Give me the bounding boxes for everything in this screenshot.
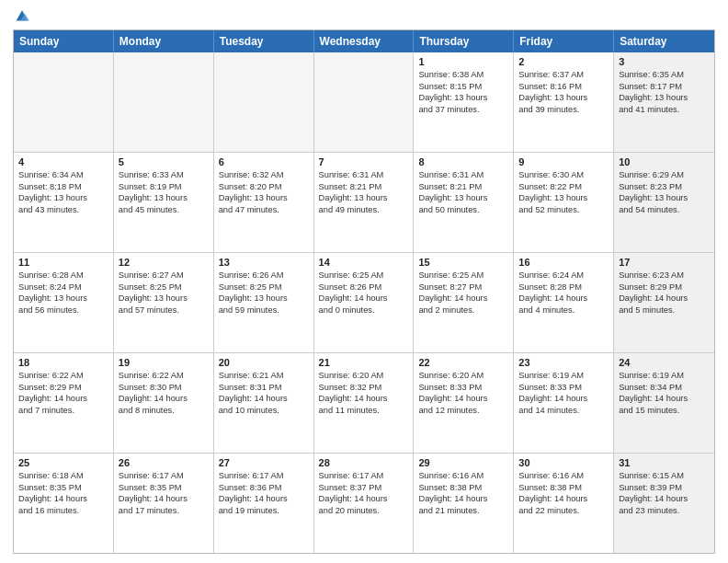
- cell-info-line: Sunset: 8:25 PM: [119, 282, 209, 293]
- day-cell-17: 17Sunrise: 6:23 AMSunset: 8:29 PMDayligh…: [614, 253, 714, 352]
- cell-info-line: Sunrise: 6:33 AM: [119, 169, 209, 181]
- cell-info-line: Daylight: 14 hours: [418, 393, 508, 405]
- day-number: 24: [619, 357, 710, 368]
- day-number: 26: [119, 457, 209, 468]
- cell-info-line: and 2 minutes.: [418, 304, 508, 316]
- cell-info-line: Sunrise: 6:16 AM: [418, 470, 508, 482]
- cell-info-line: and 54 minutes.: [619, 204, 710, 216]
- cell-info-line: Daylight: 14 hours: [319, 393, 409, 405]
- cell-info-line: and 47 minutes.: [219, 204, 309, 216]
- cell-info-line: and 8 minutes.: [119, 405, 209, 417]
- cell-info-line: Sunrise: 6:21 AM: [219, 370, 309, 382]
- calendar-row-2: 11Sunrise: 6:28 AMSunset: 8:24 PMDayligh…: [14, 252, 714, 352]
- header-day-thursday: Thursday: [414, 30, 514, 52]
- cell-info-line: Daylight: 14 hours: [418, 493, 508, 505]
- cell-info-line: Daylight: 13 hours: [219, 293, 309, 304]
- cell-info-line: Daylight: 14 hours: [619, 293, 710, 304]
- day-number: 8: [418, 156, 508, 167]
- day-number: 20: [219, 357, 309, 368]
- cell-info-line: and 10 minutes.: [219, 405, 309, 417]
- day-cell-28: 28Sunrise: 6:17 AMSunset: 8:37 PMDayligh…: [314, 454, 415, 553]
- day-number: 17: [619, 257, 710, 268]
- empty-cell-r0-c0: [14, 52, 114, 152]
- day-cell-26: 26Sunrise: 6:17 AMSunset: 8:35 PMDayligh…: [114, 454, 214, 553]
- cell-info-line: Sunset: 8:21 PM: [319, 181, 409, 193]
- cell-info-line: Sunset: 8:17 PM: [619, 81, 710, 93]
- cell-info-line: Sunset: 8:31 PM: [219, 382, 309, 394]
- cell-info-line: Daylight: 14 hours: [518, 493, 609, 505]
- cell-info-line: and 22 minutes.: [518, 505, 609, 517]
- day-cell-14: 14Sunrise: 6:25 AMSunset: 8:26 PMDayligh…: [314, 253, 415, 352]
- day-cell-10: 10Sunrise: 6:29 AMSunset: 8:23 PMDayligh…: [614, 153, 714, 252]
- cell-info-line: Daylight: 13 hours: [119, 293, 209, 304]
- cell-info-line: Sunrise: 6:35 AM: [619, 69, 710, 81]
- cell-info-line: Daylight: 14 hours: [418, 293, 508, 304]
- cell-info-line: Daylight: 13 hours: [518, 92, 609, 104]
- header-day-wednesday: Wednesday: [314, 30, 415, 52]
- cell-info-line: Daylight: 13 hours: [418, 92, 508, 104]
- day-cell-7: 7Sunrise: 6:31 AMSunset: 8:21 PMDaylight…: [314, 153, 415, 252]
- cell-info-line: and 56 minutes.: [18, 304, 108, 316]
- day-number: 13: [219, 257, 309, 268]
- day-number: 25: [18, 457, 108, 468]
- cell-info-line: Daylight: 14 hours: [518, 393, 609, 405]
- day-cell-12: 12Sunrise: 6:27 AMSunset: 8:25 PMDayligh…: [114, 253, 214, 352]
- cell-info-line: and 49 minutes.: [319, 204, 409, 216]
- cell-info-line: Daylight: 13 hours: [418, 192, 508, 204]
- cell-info-line: and 20 minutes.: [319, 505, 409, 517]
- day-number: 4: [18, 156, 108, 167]
- cell-info-line: and 43 minutes.: [18, 204, 108, 216]
- cell-info-line: Sunrise: 6:34 AM: [18, 169, 108, 181]
- day-number: 23: [518, 357, 609, 368]
- cell-info-line: and 39 minutes.: [518, 104, 609, 116]
- cell-info-line: Sunset: 8:28 PM: [518, 282, 609, 293]
- cell-info-line: Sunset: 8:19 PM: [119, 181, 209, 193]
- cell-info-line: Sunset: 8:25 PM: [219, 282, 309, 293]
- header-day-saturday: Saturday: [614, 30, 714, 52]
- day-number: 2: [518, 56, 609, 67]
- day-cell-24: 24Sunrise: 6:19 AMSunset: 8:34 PMDayligh…: [614, 353, 714, 453]
- cell-info-line: Sunset: 8:26 PM: [319, 282, 409, 293]
- day-number: 29: [418, 457, 508, 468]
- cell-info-line: Sunset: 8:23 PM: [619, 181, 710, 193]
- header-day-tuesday: Tuesday: [214, 30, 314, 52]
- cell-info-line: and 4 minutes.: [518, 304, 609, 316]
- day-cell-27: 27Sunrise: 6:17 AMSunset: 8:36 PMDayligh…: [214, 454, 314, 553]
- day-number: 12: [119, 257, 209, 268]
- cell-info-line: Sunset: 8:38 PM: [418, 482, 508, 494]
- cell-info-line: Sunset: 8:20 PM: [219, 181, 309, 193]
- cell-info-line: Sunrise: 6:24 AM: [518, 270, 609, 282]
- cell-info-line: Sunrise: 6:31 AM: [319, 169, 409, 181]
- cell-info-line: Sunrise: 6:31 AM: [418, 169, 508, 181]
- empty-cell-r0-c2: [214, 52, 314, 152]
- cell-info-line: and 52 minutes.: [518, 204, 609, 216]
- cell-info-line: Sunset: 8:16 PM: [518, 81, 609, 93]
- day-number: 21: [319, 357, 409, 368]
- cell-info-line: and 45 minutes.: [119, 204, 209, 216]
- day-cell-13: 13Sunrise: 6:26 AMSunset: 8:25 PMDayligh…: [214, 253, 314, 352]
- day-cell-5: 5Sunrise: 6:33 AMSunset: 8:19 PMDaylight…: [114, 153, 214, 252]
- day-cell-18: 18Sunrise: 6:22 AMSunset: 8:29 PMDayligh…: [14, 353, 114, 453]
- calendar-row-3: 18Sunrise: 6:22 AMSunset: 8:29 PMDayligh…: [14, 352, 714, 453]
- cell-info-line: Sunrise: 6:30 AM: [518, 169, 609, 181]
- day-number: 7: [319, 156, 409, 167]
- day-number: 22: [418, 357, 508, 368]
- day-cell-31: 31Sunrise: 6:15 AMSunset: 8:39 PMDayligh…: [614, 454, 714, 553]
- day-number: 3: [619, 56, 710, 67]
- day-cell-4: 4Sunrise: 6:34 AMSunset: 8:18 PMDaylight…: [14, 153, 114, 252]
- page: SundayMondayTuesdayWednesdayThursdayFrid…: [0, 0, 728, 563]
- cell-info-line: Sunset: 8:33 PM: [418, 382, 508, 394]
- cell-info-line: and 17 minutes.: [119, 505, 209, 517]
- cell-info-line: and 14 minutes.: [518, 405, 609, 417]
- cell-info-line: and 11 minutes.: [319, 405, 409, 417]
- day-cell-25: 25Sunrise: 6:18 AMSunset: 8:35 PMDayligh…: [14, 454, 114, 553]
- calendar-header: SundayMondayTuesdayWednesdayThursdayFrid…: [14, 30, 714, 52]
- day-cell-6: 6Sunrise: 6:32 AMSunset: 8:20 PMDaylight…: [214, 153, 314, 252]
- cell-info-line: Sunset: 8:35 PM: [119, 482, 209, 494]
- cell-info-line: Sunset: 8:18 PM: [18, 181, 108, 193]
- cell-info-line: and 59 minutes.: [219, 304, 309, 316]
- calendar-row-1: 4Sunrise: 6:34 AMSunset: 8:18 PMDaylight…: [14, 152, 714, 252]
- cell-info-line: Sunrise: 6:17 AM: [219, 470, 309, 482]
- cell-info-line: Sunset: 8:33 PM: [518, 382, 609, 394]
- day-number: 18: [18, 357, 108, 368]
